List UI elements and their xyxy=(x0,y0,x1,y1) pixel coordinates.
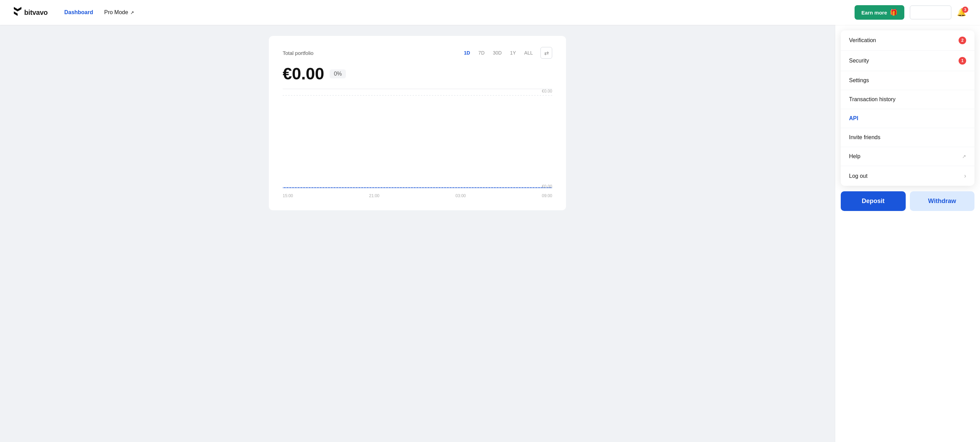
logo-icon xyxy=(14,7,21,18)
menu-item-api[interactable]: API xyxy=(841,109,974,128)
main-nav: Dashboard Pro Mode ↗ xyxy=(64,10,134,16)
time-1d[interactable]: 1D xyxy=(463,49,471,57)
menu-item-security[interactable]: Security 1 xyxy=(841,51,974,71)
time-30d[interactable]: 30D xyxy=(492,49,503,57)
header-right: Earn more 🎁 🔔 3 xyxy=(854,5,966,20)
pct-badge: 0% xyxy=(330,70,346,78)
time-all[interactable]: ALL xyxy=(523,49,533,57)
search-input[interactable] xyxy=(910,6,951,19)
menu-label-api: API xyxy=(849,115,858,122)
menu-item-verification[interactable]: Verification 2 xyxy=(841,30,974,51)
menu-right-security: 1 xyxy=(959,57,966,65)
earn-more-button[interactable]: Earn more 🎁 xyxy=(854,5,904,20)
menu-item-logout[interactable]: Log out › xyxy=(841,166,974,186)
chart-container: €0.00 €0.00 15:00 21:00 03:00 09:00 xyxy=(283,89,552,199)
right-panel: Verification 2 Security 1 Settings Trans… xyxy=(835,25,980,442)
menu-label-security: Security xyxy=(849,58,869,64)
dropdown-menu: Verification 2 Security 1 Settings Trans… xyxy=(841,30,974,186)
notification-badge: 3 xyxy=(962,6,968,13)
menu-right-help: ↗ xyxy=(962,154,966,159)
deposit-button[interactable]: Deposit xyxy=(841,191,906,211)
gift-icon: 🎁 xyxy=(890,9,897,16)
chart-svg xyxy=(283,92,552,192)
menu-item-help[interactable]: Help ↗ xyxy=(841,147,974,166)
menu-item-transaction-history[interactable]: Transaction history xyxy=(841,90,974,109)
chevron-right-icon: › xyxy=(964,172,966,179)
portfolio-label: Total portfolio xyxy=(283,50,313,56)
bottom-actions: Deposit Withdraw xyxy=(841,191,974,211)
chart-card: Total portfolio 1D 7D 30D 1Y ALL ⇄ €0.00… xyxy=(269,36,566,210)
time-7d[interactable]: 7D xyxy=(477,49,485,57)
menu-item-invite-friends[interactable]: Invite friends xyxy=(841,128,974,147)
time-1y[interactable]: 1Y xyxy=(509,49,517,57)
help-external-icon: ↗ xyxy=(962,154,966,159)
nav-pro-mode[interactable]: Pro Mode ↗ xyxy=(104,10,134,16)
external-link-icon: ↗ xyxy=(130,10,134,15)
portfolio-value: €0.00 0% xyxy=(283,64,552,83)
nav-dashboard[interactable]: Dashboard xyxy=(64,10,93,16)
menu-item-settings[interactable]: Settings xyxy=(841,71,974,90)
header: bitvavo Dashboard Pro Mode ↗ Earn more 🎁… xyxy=(0,0,980,25)
menu-label-settings: Settings xyxy=(849,78,869,84)
menu-label-verification: Verification xyxy=(849,37,876,43)
main-layout: Total portfolio 1D 7D 30D 1Y ALL ⇄ €0.00… xyxy=(0,25,980,442)
compare-button[interactable]: ⇄ xyxy=(541,47,552,59)
chart-y-bottom: €0.00 xyxy=(542,184,552,189)
chart-y-top: €0.00 xyxy=(542,89,552,93)
menu-label-help: Help xyxy=(849,153,861,160)
chart-header: Total portfolio 1D 7D 30D 1Y ALL ⇄ xyxy=(283,47,552,59)
menu-label-logout: Log out xyxy=(849,173,867,179)
chart-x-labels: 15:00 21:00 03:00 09:00 xyxy=(283,193,552,198)
notifications-button[interactable]: 🔔 3 xyxy=(957,8,966,17)
menu-right-logout: › xyxy=(964,172,966,179)
logo[interactable]: bitvavo xyxy=(14,7,48,18)
verification-badge: 2 xyxy=(959,36,966,44)
withdraw-button[interactable]: Withdraw xyxy=(910,191,975,211)
logo-wordmark: bitvavo xyxy=(24,9,48,17)
security-badge: 1 xyxy=(959,57,966,65)
menu-label-invite-friends: Invite friends xyxy=(849,134,880,141)
compare-icon: ⇄ xyxy=(544,50,549,56)
menu-right-verification: 2 xyxy=(959,36,966,44)
chart-area: Total portfolio 1D 7D 30D 1Y ALL ⇄ €0.00… xyxy=(0,25,835,442)
menu-label-transaction-history: Transaction history xyxy=(849,96,896,103)
time-controls: 1D 7D 30D 1Y ALL ⇄ xyxy=(463,47,552,59)
